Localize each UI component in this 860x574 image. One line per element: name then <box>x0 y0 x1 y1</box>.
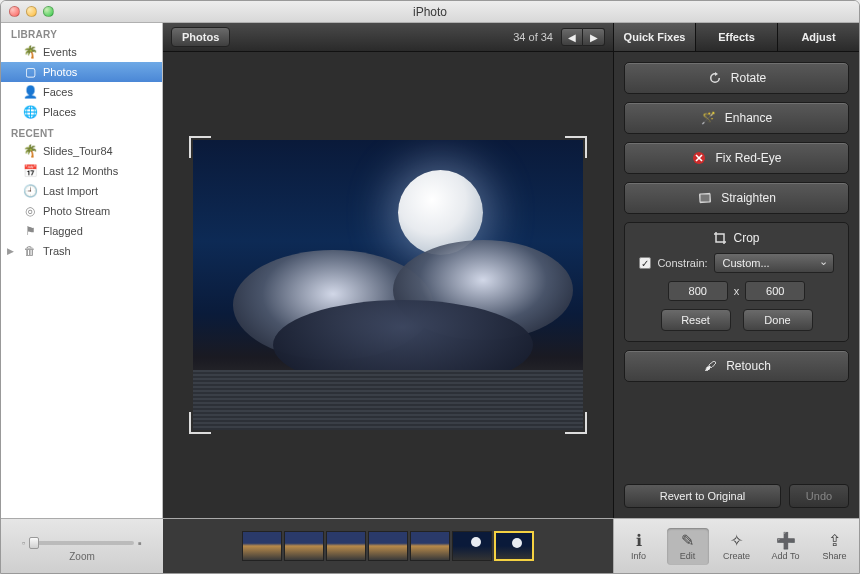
create-button[interactable]: ✧ Create <box>716 528 758 565</box>
window-zoom-button[interactable] <box>43 6 54 17</box>
footer-toolbar: ▫ ▪ Zoom ℹ︎ Info ✎ Edit ✧ <box>1 518 859 573</box>
window-close-button[interactable] <box>9 6 20 17</box>
zoom-control: ▫ ▪ Zoom <box>1 531 163 562</box>
edit-label: Edit <box>680 551 696 561</box>
svg-rect-2 <box>700 194 710 202</box>
sidebar-item-label: Photos <box>43 66 77 78</box>
crop-x-label: x <box>734 285 740 297</box>
enhance-label: Enhance <box>725 111 772 125</box>
straighten-icon <box>697 190 713 206</box>
zoom-slider-track[interactable] <box>29 541 134 545</box>
tab-effects[interactable]: Effects <box>696 23 778 51</box>
crop-handle-tl[interactable] <box>189 136 211 158</box>
sidebar-item-faces[interactable]: 👤 Faces <box>1 82 162 102</box>
places-icon: 🌐 <box>23 105 37 119</box>
crop-handle-tr[interactable] <box>565 136 587 158</box>
thumbnail[interactable] <box>326 531 366 561</box>
sidebar-item-last-12-months[interactable]: 📅 Last 12 Months <box>1 161 162 181</box>
fix-redeye-button[interactable]: Fix Red-Eye <box>624 142 849 174</box>
create-icon: ✧ <box>730 532 743 550</box>
enhance-button[interactable]: 🪄 Enhance <box>624 102 849 134</box>
crop-overlay[interactable] <box>193 140 583 430</box>
thumbnail-selected[interactable] <box>494 531 534 561</box>
event-icon: 🌴 <box>23 144 37 158</box>
tab-quick-fixes[interactable]: Quick Fixes <box>614 23 696 51</box>
retouch-button[interactable]: 🖌 Retouch <box>624 350 849 382</box>
sidebar-item-photos[interactable]: ▢ Photos <box>1 62 162 82</box>
zoom-out-icon: ▫ <box>22 538 25 548</box>
straighten-button[interactable]: Straighten <box>624 182 849 214</box>
thumbnail[interactable] <box>368 531 408 561</box>
zoom-slider-thumb[interactable] <box>29 537 39 549</box>
sidebar-item-slides-tour84[interactable]: 🌴 Slides_Tour84 <box>1 141 162 161</box>
pencil-icon: ✎ <box>681 532 694 550</box>
info-icon: ℹ︎ <box>636 532 642 550</box>
titlebar: iPhoto <box>1 1 859 23</box>
edit-button[interactable]: ✎ Edit <box>667 528 709 565</box>
faces-icon: 👤 <box>23 85 37 99</box>
next-photo-button[interactable]: ▶ <box>583 28 605 46</box>
sidebar-item-last-import[interactable]: 🕘 Last Import <box>1 181 162 201</box>
sidebar-item-label: Places <box>43 106 76 118</box>
sidebar-item-label: Trash <box>43 245 71 257</box>
info-label: Info <box>631 551 646 561</box>
crop-icon <box>713 231 727 245</box>
sidebar-item-events[interactable]: 🌴 Events <box>1 42 162 62</box>
window-title: iPhoto <box>1 5 859 19</box>
sidebar-item-trash[interactable]: ▶ 🗑 Trash <box>1 241 162 261</box>
thumbnail[interactable] <box>284 531 324 561</box>
breadcrumb[interactable]: Photos <box>171 27 230 47</box>
crop-handle-br[interactable] <box>565 412 587 434</box>
main-viewer-area: Photos 34 of 34 ◀ ▶ <box>163 23 613 518</box>
rotate-button[interactable]: Rotate <box>624 62 849 94</box>
rotate-icon <box>707 70 723 86</box>
sidebar-item-photo-stream[interactable]: ◎ Photo Stream <box>1 201 162 221</box>
sidebar-item-flagged[interactable]: ⚑ Flagged <box>1 221 162 241</box>
addto-label: Add To <box>772 551 800 561</box>
sidebar-item-label: Flagged <box>43 225 83 237</box>
crop-done-button[interactable]: Done <box>743 309 813 331</box>
constrain-label: Constrain: <box>657 257 707 269</box>
share-button[interactable]: ⇪ Share <box>814 528 856 565</box>
constrain-value: Custom... <box>723 257 770 269</box>
rotate-label: Rotate <box>731 71 766 85</box>
sidebar-item-label: Last 12 Months <box>43 165 118 177</box>
crop-reset-button[interactable]: Reset <box>661 309 731 331</box>
trash-icon: 🗑 <box>23 244 37 258</box>
crop-height-input[interactable] <box>745 281 805 301</box>
sidebar-item-places[interactable]: 🌐 Places <box>1 102 162 122</box>
crop-handle-bl[interactable] <box>189 412 211 434</box>
crop-width-input[interactable] <box>668 281 728 301</box>
undo-button[interactable]: Undo <box>789 484 849 508</box>
window-minimize-button[interactable] <box>26 6 37 17</box>
add-to-button[interactable]: ➕ Add To <box>765 528 807 565</box>
revert-button[interactable]: Revert to Original <box>624 484 781 508</box>
prev-photo-button[interactable]: ◀ <box>561 28 583 46</box>
last-import-icon: 🕘 <box>23 184 37 198</box>
thumbnail[interactable] <box>242 531 282 561</box>
crop-panel: Crop ✓ Constrain: Custom... x <box>624 222 849 342</box>
photo-counter: 34 of 34 <box>513 31 553 43</box>
thumbnail[interactable] <box>452 531 492 561</box>
calendar-icon: 📅 <box>23 164 37 178</box>
thumbnail[interactable] <box>410 531 450 561</box>
footer-actions: ℹ︎ Info ✎ Edit ✧ Create ➕ Add To ⇪ Share <box>613 519 859 573</box>
constrain-checkbox[interactable]: ✓ <box>639 257 651 269</box>
viewer-toolbar: Photos 34 of 34 ◀ ▶ <box>163 23 613 52</box>
edit-tabs: Quick Fixes Effects Adjust <box>614 23 859 52</box>
redeye-label: Fix Red-Eye <box>715 151 781 165</box>
crop-label: Crop <box>733 231 759 245</box>
share-label: Share <box>822 551 846 561</box>
tab-adjust[interactable]: Adjust <box>778 23 859 51</box>
straighten-label: Straighten <box>721 191 776 205</box>
info-button[interactable]: ℹ︎ Info <box>618 528 660 565</box>
photo-image <box>193 140 583 430</box>
constrain-select[interactable]: Custom... <box>714 253 834 273</box>
share-icon: ⇪ <box>828 532 841 550</box>
disclose-triangle-icon[interactable]: ▶ <box>7 246 14 256</box>
zoom-label: Zoom <box>69 551 95 562</box>
flag-icon: ⚑ <box>23 224 37 238</box>
iphoto-window: iPhoto LIBRARY 🌴 Events ▢ Photos 👤 Faces… <box>0 0 860 574</box>
sidebar-item-label: Events <box>43 46 77 58</box>
sidebar-item-label: Photo Stream <box>43 205 110 217</box>
